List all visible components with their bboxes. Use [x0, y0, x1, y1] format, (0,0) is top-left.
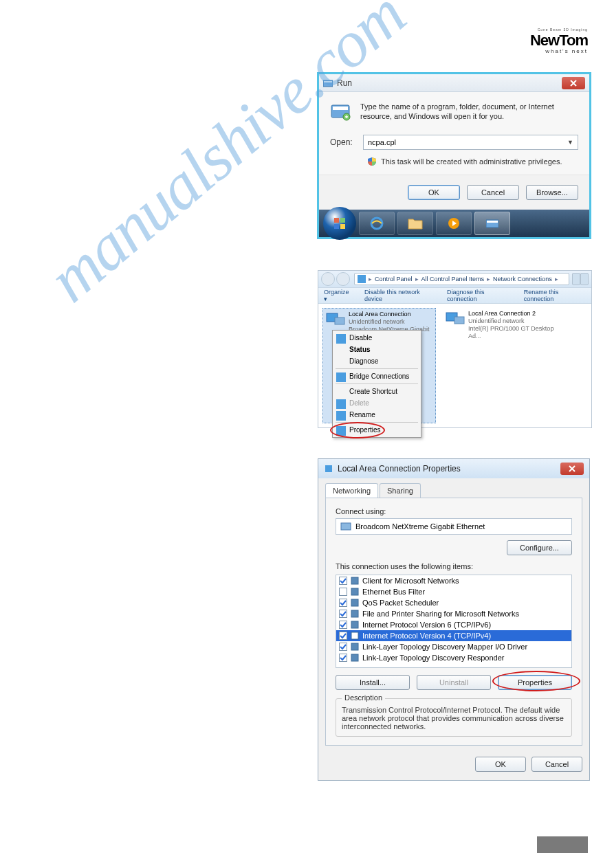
organize-menu[interactable]: Organize ▾: [324, 289, 352, 302]
conn-item-label: File and Printer Sharing for Microsoft N…: [362, 610, 519, 618]
address-bar[interactable]: ▸ Control Panel ▸ All Control Panel Item…: [354, 273, 569, 285]
component-icon: [350, 620, 360, 630]
svg-rect-3: [333, 107, 348, 110]
conn-item-row[interactable]: Client for Microsoft Networks: [336, 575, 571, 586]
tab-networking[interactable]: Networking: [325, 483, 378, 498]
run-close-button[interactable]: [562, 77, 585, 89]
nav-back-button[interactable]: [321, 272, 335, 286]
properties-button[interactable]: Properties: [498, 675, 572, 690]
ctx-bridge[interactable]: Bridge Connections: [334, 370, 419, 382]
nav-refresh[interactable]: [572, 273, 580, 285]
folder-icon: [408, 217, 423, 230]
cancel-button[interactable]: Cancel: [467, 185, 519, 200]
svg-rect-24: [341, 523, 351, 530]
checkbox[interactable]: [339, 632, 347, 640]
breadcrumb-icon: [358, 275, 366, 283]
svg-rect-32: [351, 610, 358, 617]
nic-icon: [445, 310, 465, 326]
checkbox[interactable]: [339, 643, 347, 651]
conn-item-label: Link-Layer Topology Discovery Responder: [362, 654, 504, 662]
ctx-disable[interactable]: Disable: [334, 332, 419, 344]
conn-item-row[interactable]: Internet Protocol Version 6 (TCP/IPv6): [336, 619, 571, 630]
ctx-properties[interactable]: Properties: [334, 424, 419, 436]
conn-item-label: Ethernet Bus Filter: [362, 588, 425, 596]
diagnose-conn[interactable]: Diagnose this connection: [447, 289, 512, 302]
rename-conn[interactable]: Rename this connection: [524, 289, 586, 302]
svg-rect-26: [351, 577, 358, 584]
description-group: Description Transmission Control Protoco…: [336, 698, 572, 737]
open-label: Open:: [330, 137, 363, 147]
component-icon: [350, 587, 360, 597]
svg-rect-34: [351, 621, 358, 628]
nav-forward-button[interactable]: [336, 272, 350, 286]
install-button[interactable]: Install...: [336, 675, 410, 690]
conn-item-row[interactable]: File and Printer Sharing for Microsoft N…: [336, 608, 571, 619]
dropdown-arrow-icon[interactable]: ▼: [567, 139, 573, 146]
taskbar-media[interactable]: [436, 212, 472, 235]
conn-item-row[interactable]: Link-Layer Topology Discovery Mapper I/O…: [336, 641, 571, 652]
checkbox[interactable]: [339, 654, 347, 662]
description-label: Description: [342, 693, 385, 702]
breadcrumb-0[interactable]: Control Panel: [375, 276, 413, 282]
ctx-delete[interactable]: Delete: [334, 397, 419, 409]
taskbar-run[interactable]: [474, 212, 510, 235]
open-input[interactable]: ncpa.cpl ▼: [363, 135, 578, 150]
ctx-rename[interactable]: Rename: [334, 409, 419, 421]
conn-item-label: Internet Protocol Version 4 (TCP/IPv4): [362, 632, 491, 640]
run-title-icon: [323, 79, 333, 87]
network-connections-window: ▸ Control Panel ▸ All Control Panel Item…: [318, 270, 592, 428]
checkbox[interactable]: [339, 621, 347, 629]
ctx-diagnose[interactable]: Diagnose: [334, 355, 419, 367]
prop-close-button[interactable]: [560, 463, 584, 475]
taskbar-ie[interactable]: [359, 212, 395, 235]
brand-logo: Cone Beam 3D Imaging NewTom what's next: [530, 27, 588, 54]
svg-rect-30: [351, 599, 358, 606]
svg-rect-40: [351, 654, 358, 661]
configure-button[interactable]: Configure...: [507, 540, 572, 555]
ctx-shortcut[interactable]: Create Shortcut: [334, 386, 419, 397]
connection-items-list[interactable]: Client for Microsoft NetworksEthernet Bu…: [336, 575, 572, 668]
conn-item-label: QoS Packet Scheduler: [362, 599, 439, 607]
svg-rect-13: [358, 275, 366, 283]
checkbox[interactable]: [339, 610, 347, 618]
run-instruction: Type the name of a program, folder, docu…: [360, 102, 578, 122]
cancel-button[interactable]: Cancel: [531, 757, 582, 772]
component-icon: [350, 642, 360, 652]
svg-rect-27: [340, 588, 347, 596]
tab-sharing[interactable]: Sharing: [380, 483, 421, 498]
svg-rect-21: [336, 411, 346, 421]
page-number-box: [537, 836, 588, 853]
connection-item-2[interactable]: Local Area Connection 2 Unidentified net…: [443, 308, 556, 423]
tabs: Networking Sharing: [325, 483, 582, 498]
taskbar-explorer[interactable]: [397, 212, 433, 235]
conn-item-label: Internet Protocol Version 6 (TCP/IPv6): [362, 621, 491, 629]
run-title: Run: [337, 78, 352, 88]
ctx-status[interactable]: Status: [334, 344, 419, 355]
ok-button[interactable]: OK: [475, 757, 526, 772]
ok-button[interactable]: OK: [408, 185, 460, 200]
conn-item-label: Client for Microsoft Networks: [362, 577, 459, 585]
lac-properties-dialog: Local Area Connection Properties Network…: [318, 458, 590, 781]
start-button[interactable]: [323, 207, 356, 240]
conn-item-row[interactable]: Link-Layer Topology Discovery Responder: [336, 652, 571, 663]
breadcrumb-1[interactable]: All Control Panel Items: [421, 276, 485, 282]
shield-icon: [336, 372, 346, 382]
svg-rect-36: [351, 632, 358, 639]
prop-titlebar: Local Area Connection Properties: [318, 459, 589, 478]
checkbox[interactable]: [339, 577, 347, 585]
prop-title: Local Area Connection Properties: [338, 464, 461, 474]
disable-device[interactable]: Disable this network device: [364, 289, 435, 302]
taskbar: [319, 210, 589, 237]
conn-item-row[interactable]: Internet Protocol Version 4 (TCP/IPv4): [336, 630, 571, 641]
checkbox[interactable]: [339, 588, 347, 596]
nav-search[interactable]: [580, 273, 589, 285]
conn-item-row[interactable]: QoS Packet Scheduler: [336, 597, 571, 608]
conn-item-row[interactable]: Ethernet Bus Filter: [336, 586, 571, 597]
svg-rect-20: [336, 399, 346, 409]
uninstall-button[interactable]: Uninstall: [417, 675, 491, 690]
conn1-status: Unidentified network: [349, 318, 433, 326]
browse-button[interactable]: Browse...: [526, 185, 578, 200]
breadcrumb-2[interactable]: Network Connections: [493, 276, 552, 282]
shield-icon: [336, 426, 346, 436]
checkbox[interactable]: [339, 599, 347, 607]
